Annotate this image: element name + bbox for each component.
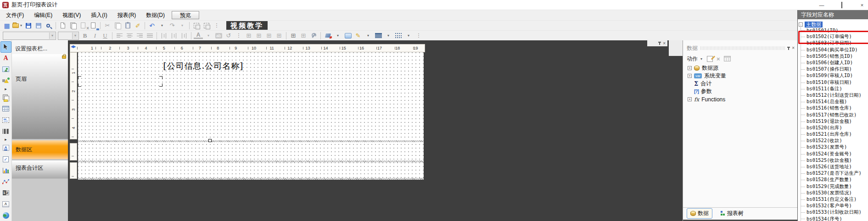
tree-item-datasource[interactable]: + 数据源 bbox=[688, 64, 795, 72]
field-item[interactable]: bs01528(生产数量) bbox=[798, 177, 868, 183]
save-all-icon[interactable] bbox=[34, 22, 43, 30]
field-item[interactable]: bs01522(收款) bbox=[798, 138, 868, 144]
field-item[interactable]: bs01501(ID) bbox=[798, 27, 868, 33]
image-tool[interactable] bbox=[0, 64, 11, 75]
field-item[interactable]: bs01506(创建人ID) bbox=[798, 60, 868, 66]
richtext-tool[interactable]: A bbox=[0, 143, 11, 154]
subreport-tool[interactable] bbox=[0, 114, 11, 126]
menu-item[interactable]: 文件(F) bbox=[1, 10, 29, 21]
line-weight-dropdown[interactable]: ▾ bbox=[384, 32, 393, 40]
copy-page-icon[interactable] bbox=[68, 22, 78, 30]
action-menu-button[interactable]: 动作▾ bbox=[687, 55, 703, 63]
video-tutorial-link[interactable]: 视频教学 bbox=[226, 21, 268, 30]
cut-icon[interactable]: ✂ bbox=[103, 22, 112, 30]
field-item[interactable]: bs01527(是否下达生产) bbox=[798, 170, 868, 177]
line-color-icon[interactable]: ✎ bbox=[353, 32, 363, 40]
format-overflow-icon[interactable]: ⋮ bbox=[234, 32, 243, 40]
fill-color-dropdown[interactable]: ▾ bbox=[333, 32, 342, 40]
checkbox-tool[interactable]: ✓ bbox=[0, 154, 11, 165]
new-report-icon[interactable]: ▦ bbox=[2, 22, 11, 30]
band-data-area[interactable]: 数据区 bbox=[12, 140, 68, 160]
table-view-icon[interactable] bbox=[724, 56, 731, 61]
font-color-icon[interactable]: A bbox=[194, 33, 203, 39]
ruler-splitter-icon[interactable]: ◀▶ bbox=[71, 44, 75, 49]
text-tool[interactable]: A bbox=[0, 53, 11, 64]
close-button[interactable]: × bbox=[858, 2, 866, 8]
bands-header[interactable]: 设置报表栏... bbox=[12, 40, 68, 54]
table-tool[interactable] bbox=[0, 103, 11, 115]
field-item[interactable]: bs01534(序号) bbox=[798, 215, 868, 221]
field-item[interactable]: bs01519(退款金额) bbox=[798, 118, 868, 125]
valign-top-icon[interactable] bbox=[159, 32, 168, 40]
field-item[interactable]: bs01516(销售仓库) bbox=[798, 105, 868, 111]
collapse-icon[interactable]: - bbox=[799, 22, 803, 27]
field-item[interactable]: bs01507(操作日期) bbox=[798, 66, 868, 72]
band-separator[interactable] bbox=[78, 160, 424, 162]
menu-item[interactable]: 编辑(E) bbox=[29, 10, 57, 21]
new-page-icon[interactable] bbox=[58, 22, 67, 30]
field-item[interactable]: bs01511(备注) bbox=[798, 86, 868, 92]
valign-middle-icon[interactable] bbox=[169, 32, 179, 40]
open-folder-icon[interactable]: ▾ bbox=[12, 22, 23, 30]
field-item[interactable]: bs01529(完成数量) bbox=[798, 183, 868, 190]
background-style-icon[interactable] bbox=[343, 32, 353, 40]
font-color-dropdown[interactable]: ▾ bbox=[204, 32, 213, 40]
menu-item[interactable]: 插入(I) bbox=[86, 10, 112, 21]
border-all-icon[interactable]: ⊞ bbox=[254, 32, 263, 40]
save-icon[interactable] bbox=[24, 22, 33, 30]
align-justify-icon[interactable] bbox=[145, 32, 154, 40]
menu-item[interactable]: 报表(R) bbox=[112, 10, 141, 21]
field-item[interactable]: bs01509(审核人ID) bbox=[798, 72, 868, 79]
curve-tool[interactable] bbox=[0, 176, 11, 188]
report-page[interactable]: [公司信息.公司名称] bbox=[78, 52, 424, 180]
undo-icon[interactable]: ↶ bbox=[147, 22, 157, 30]
pin-icon[interactable] bbox=[788, 47, 789, 50]
field-item[interactable]: bs01526(送货地址) bbox=[798, 164, 868, 170]
company-name-field[interactable]: [公司信息.公司名称] bbox=[134, 61, 272, 72]
pin-icon[interactable] bbox=[659, 42, 660, 45]
panel-drag-area[interactable] bbox=[700, 46, 785, 50]
field-item[interactable]: bs01531(自定义备注) bbox=[798, 196, 868, 203]
design-canvas-viewport[interactable]: ◀▶ 12345678910111213141516171819 1234 [公… bbox=[68, 40, 683, 221]
border-none-icon[interactable]: ⊞ bbox=[244, 32, 253, 40]
band-report-total[interactable]: 报表合计区 bbox=[12, 160, 68, 179]
label-tool[interactable]: A bbox=[0, 199, 11, 210]
font-name-combo[interactable]: ▾ bbox=[3, 32, 56, 40]
field-item[interactable]: bs01524(资金账号) bbox=[798, 151, 868, 157]
align-right-icon[interactable] bbox=[135, 32, 144, 40]
field-item[interactable]: bs01502(订单编号) bbox=[798, 33, 868, 40]
band-resize-handle[interactable] bbox=[208, 139, 212, 142]
line-color-dropdown[interactable]: ▾ bbox=[364, 32, 373, 40]
undo-dropdown[interactable]: ▾ bbox=[157, 22, 167, 30]
maximize-button[interactable] bbox=[838, 2, 846, 8]
tab-report-tree[interactable]: 报表树 bbox=[717, 208, 747, 219]
menu-item[interactable]: 数据(D) bbox=[141, 10, 170, 21]
field-item[interactable]: bs01505(销售员ID) bbox=[798, 53, 868, 60]
subpage-tool[interactable] bbox=[0, 92, 11, 103]
field-item[interactable]: bs01533(计划收款日期) bbox=[798, 209, 868, 215]
line-style-icon[interactable] bbox=[394, 32, 403, 40]
redo-icon[interactable]: ↷ bbox=[168, 22, 177, 30]
italic-button[interactable]: I bbox=[90, 32, 100, 40]
valign-bottom-icon[interactable] bbox=[179, 32, 189, 40]
expand-icon[interactable]: + bbox=[688, 74, 692, 78]
field-item[interactable]: bs01514(总金额) bbox=[798, 99, 868, 105]
close-icon[interactable]: × bbox=[663, 41, 666, 46]
underline-button[interactable]: U bbox=[101, 32, 110, 40]
tree-item-totals[interactable]: Σ 合计 bbox=[688, 80, 795, 88]
field-item[interactable]: bs01521(出库仓库) bbox=[798, 131, 868, 138]
selected-element-outline[interactable] bbox=[78, 76, 162, 87]
barcode-tool[interactable] bbox=[0, 126, 11, 137]
field-item[interactable]: bs01504(购买单位ID) bbox=[798, 47, 868, 53]
delete-icon[interactable]: × bbox=[717, 55, 720, 62]
toolbar-overflow-icon[interactable]: ⋮ bbox=[212, 22, 221, 30]
field-item[interactable]: bs01530(发票情况) bbox=[798, 190, 868, 196]
highlight-icon[interactable]: ab bbox=[214, 32, 223, 40]
chart-tool[interactable] bbox=[0, 165, 11, 177]
field-item[interactable]: bs01520(出库) bbox=[798, 125, 868, 131]
print-preview-icon[interactable] bbox=[44, 22, 53, 30]
shapes-tool[interactable] bbox=[0, 75, 11, 87]
tree-item-functions[interactable]: + fx Functions bbox=[688, 95, 795, 103]
menu-item[interactable]: 视图(V) bbox=[57, 10, 86, 21]
close-icon[interactable]: × bbox=[792, 46, 795, 50]
